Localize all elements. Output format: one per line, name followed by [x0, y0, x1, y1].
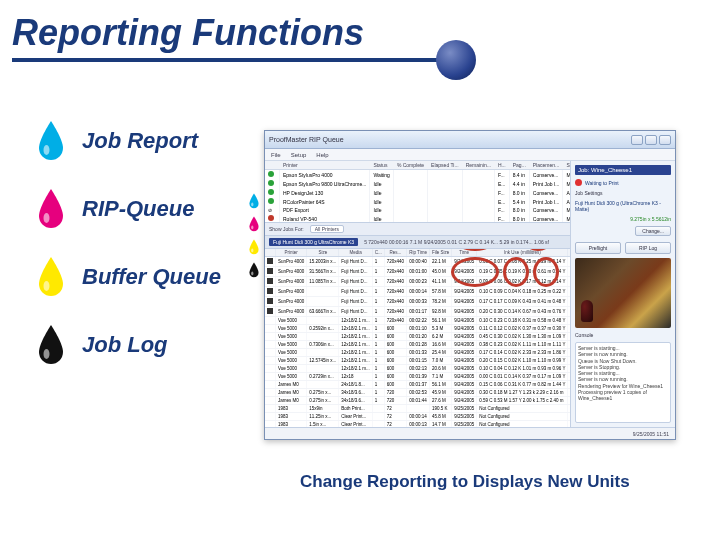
sidebar-item: RIP-Queue: [36, 188, 246, 230]
change-button[interactable]: Change...: [635, 226, 671, 236]
table-row[interactable]: Vue 500012x18/2.1 m...1720x44000:02:2256…: [265, 317, 570, 325]
svg-point-7: [251, 272, 253, 276]
menu-item[interactable]: Setup: [291, 152, 307, 158]
size-value: 9.275in x 5.5612in: [575, 216, 671, 222]
summary-values: 5 720x440 00:00:16 7.1 M 9/24/2005 0.01 …: [364, 239, 549, 245]
menubar: FileSetupHelp: [265, 149, 675, 161]
sidebar-item: Job Log: [36, 324, 246, 366]
window-title: ProofMaster RIP Queue: [269, 136, 344, 143]
maximize-button[interactable]: [645, 135, 657, 145]
job-thumbnail: [575, 258, 671, 328]
job-side-panel: Job: Wine_Cheese1 Waiting to Print Job S…: [570, 161, 675, 427]
job-status: Waiting to Print: [575, 179, 671, 186]
sidebar-item: Buffer Queue: [36, 256, 246, 298]
title-sphere: [436, 40, 476, 80]
window-titlebar: ProofMaster RIP Queue: [265, 131, 675, 149]
drop-icon: [36, 256, 66, 298]
table-row[interactable]: Vue 500012.5745in x...12x18/2.1 m...1600…: [265, 357, 570, 365]
table-row[interactable]: Vue 500012x18/2.1 m...160000:02:1320.6 M…: [265, 365, 570, 373]
sidebar-item-label: Job Report: [82, 128, 198, 153]
rip-queue-window: ProofMaster RIP Queue FileSetupHelp Prin…: [264, 130, 676, 440]
sidebar-item-label: RIP-Queue: [82, 196, 194, 221]
table-row[interactable]: Vue 500012x18/2.1 m...160000:01:206.2 M9…: [265, 333, 570, 341]
rip-log-button[interactable]: RIP Log: [625, 242, 671, 254]
table-row[interactable]: SunPro 4000Fuji Hunt D...1720x44000:00:1…: [265, 287, 570, 297]
table-row[interactable]: Vue 50000.2592in x...12x18/2.1 m...16000…: [265, 325, 570, 333]
table-row[interactable]: Vue 50000.7306in x...12x18/2.1 m...16000…: [265, 341, 570, 349]
sidebar-item-label: Job Log: [82, 332, 168, 357]
table-row[interactable]: 198315x9inBoth Print...72190.5 K9/25/200…: [265, 405, 570, 413]
table-row[interactable]: 19831.5in x...Clear Print...7200:00:1314…: [265, 421, 570, 428]
filter-bar: Show Jobs For: All Printers: [265, 223, 570, 236]
slide-title: Reporting Functions: [12, 12, 364, 54]
media-summary: Fuji Hunt Didi 300 g UltraChrome K3: [269, 238, 358, 246]
svg-point-2: [44, 281, 50, 291]
table-row[interactable]: Vue 50000.2729in x...12x18160000:01:397.…: [265, 373, 570, 381]
table-row[interactable]: SunPro 4000Fuji Hunt D...1720x44000:00:3…: [265, 297, 570, 307]
menu-item[interactable]: File: [271, 152, 281, 158]
close-button[interactable]: [659, 135, 671, 145]
window-controls: [631, 135, 671, 145]
title-rule: [12, 58, 442, 62]
table-row[interactable]: RColorPainter 64SIdleE...5.4 inPrint Job…: [265, 197, 570, 206]
drop-icon: [36, 120, 66, 162]
console: Server is starting...Server is now runni…: [575, 342, 671, 423]
job-table: PrinterSizeMediaC...Res...Rip TimeFile S…: [265, 249, 570, 427]
svg-point-6: [251, 249, 253, 253]
main-panel: PrinterStatus% CompleteElapsed Ti...Rema…: [265, 161, 570, 427]
sidebar: Job ReportRIP-QueueBuffer QueueJob Log: [36, 120, 246, 392]
sidebar-item: Job Report: [36, 120, 246, 162]
table-row[interactable]: SunPro 400015.2003in x...Fuji Hunt D...1…: [265, 257, 570, 267]
table-row[interactable]: Epson StylusPro 4000WaitingF...8.4 inCon…: [265, 170, 570, 180]
table-row[interactable]: James M024x18/1.8...160000:01:3756.1 M9/…: [265, 381, 570, 389]
table-row[interactable]: James M00.275in x...34x18/3.6...172000:0…: [265, 389, 570, 397]
table-row[interactable]: Roland VP-540IdleF...8.0 inConserve...Ma…: [265, 214, 570, 223]
printer-selector[interactable]: All Printers: [310, 225, 344, 233]
summary-band: Fuji Hunt Didi 300 g UltraChrome K3 5 72…: [265, 236, 570, 249]
table-row[interactable]: SunPro 400063.6667in x...Fuji Hunt D...1…: [265, 307, 570, 317]
svg-point-5: [251, 226, 253, 230]
table-row[interactable]: HP DesignJet 130IdleF...8.0 inConserve..…: [265, 188, 570, 197]
job-header: Job: Wine_Cheese1: [575, 165, 671, 175]
slide-caption: Change Reporting to Displays New Units: [300, 472, 630, 492]
sidebar-item-label: Buffer Queue: [82, 264, 221, 289]
svg-point-1: [44, 213, 50, 223]
menu-item[interactable]: Help: [316, 152, 328, 158]
statusbar: 9/25/2005 11:51: [265, 427, 675, 439]
table-row[interactable]: SunPro 400031.5667in x...Fuji Hunt D...1…: [265, 267, 570, 277]
side-drop-icons: [248, 193, 262, 282]
settings-label: Job Settings: [575, 190, 671, 196]
console-label: Console: [575, 332, 671, 338]
show-jobs-label: Show Jobs For:: [269, 226, 304, 232]
svg-point-4: [251, 203, 253, 207]
minimize-button[interactable]: [631, 135, 643, 145]
table-row[interactable]: ⊘PDF ExportIdleF...8.0 inConserve...Manu…: [265, 206, 570, 214]
table-row[interactable]: Vue 500012x18/2.1 m...160000:01:3325.4 M…: [265, 349, 570, 357]
preflight-button[interactable]: Preflight: [575, 242, 621, 254]
svg-point-3: [44, 349, 50, 359]
drop-icon: [36, 188, 66, 230]
media-value: Fuji Hunt Didi 300 g (UltraChrome K3 - M…: [575, 200, 671, 212]
printer-table: PrinterStatus% CompleteElapsed Ti...Rema…: [265, 161, 570, 223]
table-row[interactable]: Epson StylusPro 9800 UltraChrome...IdleE…: [265, 179, 570, 188]
table-row[interactable]: 198311.25in x...Clear Print...7200:00:14…: [265, 413, 570, 421]
table-row[interactable]: SunPro 400011.0857in x...Fuji Hunt D...1…: [265, 277, 570, 287]
drop-icon: [36, 324, 66, 366]
svg-point-0: [44, 145, 50, 155]
table-row[interactable]: James M00.275in x...34x18/3.6...172000:0…: [265, 397, 570, 405]
